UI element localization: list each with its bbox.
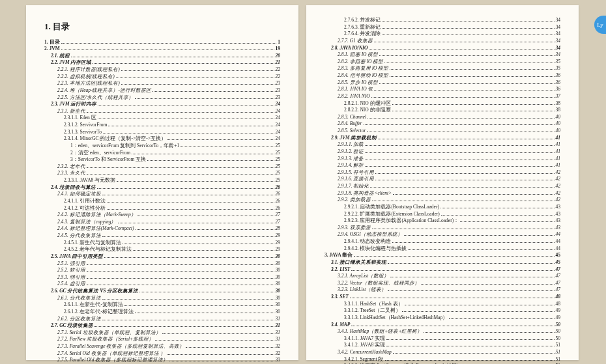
toc-entry[interactable]: 2.9.3. 双亲委派43 (325, 225, 560, 231)
toc-entry[interactable]: 2.8.3. Channel40 (325, 114, 560, 120)
toc-entry[interactable]: 2.4.1.1. 引用计数法26 (44, 198, 280, 204)
toc-entry[interactable]: 2.9.4. OSGI（动态模型系统）44 (325, 231, 560, 238)
toc-entry[interactable]: 2.2. JVM 内存区域21 (44, 59, 280, 66)
toc-entry[interactable]: 2.5.4. 虚引用30 (44, 281, 280, 287)
toc-entry[interactable]: 3.4. MAP50 (325, 322, 560, 328)
toc-entry[interactable]: 2.9.4.2. 模块化编程与热插拔44 (325, 245, 560, 252)
toc-entry[interactable]: 2.8.1. JAVA IO 包36 (325, 86, 560, 92)
toc-entry[interactable]: 2.1. 线程20 (44, 53, 280, 59)
toc-entry[interactable]: 2.8.2.2. NIO 的非阻塞38 (325, 107, 560, 113)
toc-entry[interactable]: 2.7.4. Serial Old 收集器（单线程标记整理算法 ）32 (44, 350, 280, 357)
toc-entry[interactable]: 2.8.4. Buffer40 (325, 120, 560, 127)
toc-entry[interactable]: 2.7.6.4. 并发清除34 (325, 31, 560, 37)
toc-entry[interactable]: 2.9.2.1. 启动类加载器(Bootstrap ClassLoader)43 (325, 204, 560, 210)
toc-entry[interactable]: 2.9.1.7. 初始化42 (325, 183, 560, 189)
toc-entry[interactable]: 2.6.1.2. 在老年代-标记整理算法30 (44, 309, 280, 315)
toc-entry[interactable]: 2.4.5. 分代收集算法29 (44, 232, 280, 239)
toc-entry[interactable]: 2.3.2. 老年代25 (44, 163, 280, 170)
toc-entry[interactable]: 2.5. JAVA 四中引用类型30 (44, 253, 280, 260)
toc-entry[interactable]: 2.4.5.2. 老年代与标记复制算法29 (44, 246, 280, 253)
toc-entry[interactable]: 2.9.4.1. 动态改变构造44 (325, 238, 560, 245)
toc-entry[interactable]: 2.4.5.1. 新生代与复制算法29 (44, 240, 280, 246)
toc-entry[interactable]: 2.6. GC 分代收集算法 VS 分区收集算法30 (44, 288, 280, 294)
toc-entry[interactable]: 3.2.1. ArrayList（数组）47 (325, 273, 560, 279)
toc-entry[interactable]: 3.3.1.1. HashSet（Hash 表）48 (325, 301, 560, 307)
toc-entry[interactable]: 2.5.3. 弱引用30 (44, 274, 280, 281)
toc-entry[interactable]: 2.8.2.1. NIO 的缓冲区38 (325, 100, 560, 107)
toc-entry[interactable]: 2.4.2. 标记清除算法（Mark-Sweep）27 (44, 212, 280, 218)
toc-entry[interactable]: 2.6.2. 分区收集算法31 (44, 316, 280, 322)
toc-entry[interactable]: 3.2. LIST47 (325, 266, 560, 273)
toc-entry[interactable]: 2.3.1.4. MinorGC 的过程（复制->清空->互换）24 (44, 135, 280, 142)
toc-entry[interactable]: 2.4.1.2. 可达性分析26 (44, 205, 280, 212)
toc-entry[interactable]: 2.7.2. ParNew 垃圾收集器（Serial+多线程）31 (44, 336, 280, 343)
toc-entry[interactable]: 3.4.2.1. Segment 段51 (325, 356, 560, 363)
toc-entry[interactable]: 2.7.6.3. 重新标记34 (325, 24, 560, 31)
toc-entry[interactable]: 2.7.6.2. 并发标记34 (325, 17, 560, 23)
toc-entry[interactable]: 2.8.5. Selector40 (325, 128, 560, 134)
toc-entry[interactable]: 2.3.1.1. Eden 区24 (44, 115, 280, 121)
toc-entry[interactable]: 3.2.3. LinkList（链表）47 (325, 287, 560, 293)
toc-entry[interactable]: 2.4.4. 标记整理算法(Mark-Compact)28 (44, 225, 280, 232)
toc-entry[interactable]: 2.9.1.2. 验证41 (325, 148, 560, 155)
toc-entry[interactable]: 2.8.2. JAVA NIO37 (325, 93, 560, 100)
toc-entry[interactable]: 3.3. SET48 (325, 294, 560, 300)
toc-entry[interactable]: 1：eden、servicorFrom 复制到 ServicorTo，年龄+12… (44, 143, 280, 149)
toc-entry[interactable]: 2.7.7. G1 收集器34 (325, 38, 560, 44)
toc-entry[interactable]: 2.3.1.3. ServivorTo24 (44, 129, 280, 135)
toc-entry[interactable]: 1. 目录1 (44, 39, 280, 46)
toc-entry[interactable]: 3. JAVA 集合45 (325, 252, 560, 259)
toc-entry[interactable]: 2.7.5. Parallel Old 收集器（多线程标记整理算法）33 (44, 357, 280, 363)
toc-entry[interactable]: 2.2.3. 本地方法区(线程私有)23 (44, 80, 280, 87)
toc-entry[interactable]: 2.5.1. 强引用30 (44, 260, 280, 267)
toc-entry[interactable]: 3.4.1. HashMap（数组+链表+红黑树）50 (325, 328, 560, 335)
toc-entry[interactable]: 2. JVM19 (44, 46, 280, 52)
toc-entry[interactable]: 2.6.1. 分代收集算法30 (44, 295, 280, 301)
toc-entry[interactable]: 2.8.4. 信号驱动 IO 模型36 (325, 72, 560, 79)
toc-page-number: 25 (276, 177, 281, 184)
toc-entry[interactable]: 2.7. GC 垃圾收集器31 (44, 322, 280, 329)
toc-entry[interactable]: 2.8.5. 异步 IO 模型36 (325, 79, 560, 86)
toc-entry[interactable]: 2.2.4. 堆（Heap-线程共享）-运行时数据区23 (44, 87, 280, 94)
toc-entry[interactable]: 2.9.1.1. 加载41 (325, 141, 560, 148)
toc-entry[interactable]: 2.4. 垃圾回收与算法26 (44, 184, 280, 191)
toc-entry[interactable]: 3.3.1.3. LinkHashSet（HashSet+LinkedHashM… (325, 315, 560, 321)
toc-entry[interactable]: 2.4.1. 如何确定垃圾26 (44, 191, 280, 197)
toc-entry[interactable]: 2.3.3.1. JAVA8 与元数据25 (44, 177, 280, 184)
toc-entry[interactable]: 2.9. JVM 类加载机制41 (325, 135, 560, 141)
toc-entry[interactable]: 2.7.1. Serial 垃圾收集器（单线程、复制算法）31 (44, 329, 280, 336)
toc-entry[interactable]: 3：ServicorTo 和 ServicorFrom 互换25 (44, 156, 280, 163)
toc-entry[interactable]: 2.7.3. Parallel Scavenge 收集器（多线程复制算法、高效）… (44, 343, 280, 350)
toc-entry[interactable]: 3.4.1.2. JAVA8 实现51 (325, 342, 560, 348)
toc-entry[interactable]: 2.3.1. 新生代24 (44, 108, 280, 115)
toc-entry[interactable]: 3.2.2. Vector（数组实现、线程同步）47 (325, 280, 560, 287)
toc-entry[interactable]: 3.4.1.1. JAVA7 实现50 (325, 335, 560, 342)
toc-entry[interactable]: 2.9.2.2. 扩展类加载器(Extension ClassLoader)43 (325, 211, 560, 217)
toc-entry[interactable]: 2.3.1.2. ServivorFrom24 (44, 122, 280, 128)
toc-entry[interactable]: 3.1. 接口继承关系和实现45 (325, 259, 560, 266)
toc-entry[interactable]: 2.8. JAVA IO/NIO34 (325, 45, 560, 51)
toc-entry[interactable]: 2.8.3. 多路复用 IO 模型35 (325, 65, 560, 72)
toc-entry[interactable]: 2.9.1.5. 符号引用42 (325, 169, 560, 176)
assistant-button[interactable]: Ly (594, 16, 606, 34)
toc-entry[interactable]: 2.2.2. 虚拟机栈(线程私有)22 (44, 74, 280, 80)
toc-entry[interactable]: 2.4.3. 复制算法（copying）27 (44, 219, 280, 225)
toc-entry[interactable]: 2.9.1.6. 直接引用42 (325, 176, 560, 182)
toc-entry[interactable]: 2.3.3. 永久代25 (44, 170, 280, 176)
toc-entry[interactable]: 2.2.5. 方法区/永久代（线程共享）23 (44, 94, 280, 101)
toc-entry[interactable]: 3.4.2. ConcurrentHashMap51 (325, 349, 560, 356)
toc-entry[interactable]: 2.2.1. 程序计数器(线程私有)22 (44, 66, 280, 73)
toc-entry[interactable]: 2.9.1.3. 准备41 (325, 156, 560, 162)
toc-entry[interactable]: 2.9.2.3. 应用程序类加载器(Application ClassLoade… (325, 217, 560, 224)
toc-entry[interactable]: 3.3.1.2. TreeSet（二叉树）49 (325, 307, 560, 314)
toc-entry[interactable]: 2.3. JVM 运行时内存24 (44, 101, 280, 107)
toc-entry[interactable]: 2.9.1.8. 类构造器<client>42 (325, 190, 560, 197)
toc-entry[interactable]: 2：清空 eden、servicorFrom25 (44, 150, 280, 156)
toc-entry[interactable]: 2.9.2. 类加载器42 (325, 197, 560, 203)
toc-entry[interactable]: 2.5.2. 软引用30 (44, 267, 280, 273)
toc-entry[interactable]: 2.6.1.1. 在新生代-复制算法30 (44, 301, 280, 308)
toc-entry[interactable]: 2.9.1.4. 解析41 (325, 162, 560, 169)
toc-entry[interactable]: 2.8.1. 阻塞 IO 模型34 (325, 51, 560, 58)
toc-entry[interactable]: 2.8.2. 非阻塞 IO 模型35 (325, 59, 560, 65)
toc-leader-dots (108, 125, 274, 126)
